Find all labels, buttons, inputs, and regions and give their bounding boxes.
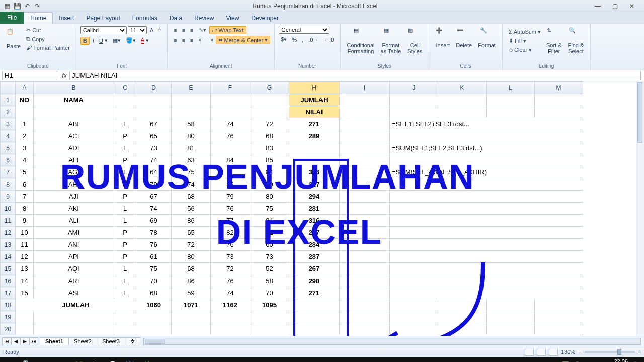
row-header-2[interactable]: 2 [1, 106, 16, 118]
cell[interactable]: 75 [172, 166, 211, 178]
cell[interactable] [16, 323, 34, 335]
cell[interactable]: 72 [250, 118, 289, 130]
cell[interactable] [390, 275, 583, 287]
cell[interactable]: 59 [172, 287, 211, 299]
row-header-5[interactable]: 5 [1, 142, 16, 154]
store-icon[interactable]: 🛍 [88, 357, 104, 362]
row-header-20[interactable]: 20 [1, 323, 16, 335]
cell[interactable] [340, 178, 390, 191]
cell[interactable]: L [114, 263, 136, 275]
cell[interactable]: 85 [250, 154, 289, 166]
row-header-3[interactable]: 3 [1, 118, 16, 130]
cell[interactable]: 58 [172, 118, 211, 130]
copy-button[interactable]: ⧉Copy [24, 35, 72, 43]
cell[interactable]: 297 [289, 227, 340, 239]
col-header-J[interactable]: J [390, 82, 438, 94]
cell[interactable]: 8 [16, 203, 34, 215]
col-header-K[interactable]: K [438, 82, 487, 94]
cell[interactable]: 68 [172, 263, 211, 275]
cell[interactable]: 86 [172, 275, 211, 287]
cell[interactable] [340, 263, 390, 275]
cell[interactable]: 10 [16, 227, 34, 239]
col-header-I[interactable]: I [340, 82, 390, 94]
row-header-14[interactable]: 14 [1, 251, 16, 263]
edge-icon[interactable]: e [53, 357, 69, 362]
cell[interactable]: =SEL1+SEL2+SEL3+dst... [390, 118, 583, 130]
cell[interactable] [289, 311, 340, 323]
cell[interactable] [114, 311, 136, 323]
cell[interactable]: 317 [289, 178, 340, 191]
cell[interactable] [250, 311, 289, 323]
cell[interactable]: P [114, 154, 136, 166]
merge-center-button[interactable]: ⬌Merge & Center▾ [216, 36, 271, 44]
cell[interactable]: NAMA [34, 94, 114, 106]
name-box[interactable] [2, 71, 57, 80]
tab-home[interactable]: Home [24, 12, 53, 24]
cell[interactable]: 81 [172, 142, 211, 154]
find-select-button[interactable]: 🔍Find & Select [566, 26, 587, 56]
cell[interactable]: AJI [34, 191, 114, 203]
cell[interactable]: 72 [211, 263, 250, 275]
horizontal-scrollbar[interactable] [143, 338, 641, 345]
cell[interactable]: 64 [136, 166, 172, 178]
cell[interactable] [390, 323, 438, 335]
cell[interactable] [34, 311, 114, 323]
row-header-10[interactable]: 10 [1, 203, 16, 215]
row-header-8[interactable]: 8 [1, 178, 16, 191]
font-name-select[interactable]: Calibri [80, 26, 127, 34]
cell[interactable]: AGI [34, 166, 114, 178]
cell[interactable]: 65 [172, 227, 211, 239]
cell[interactable] [250, 94, 289, 106]
cell[interactable]: 78 [136, 227, 172, 239]
percent-button[interactable]: % [290, 36, 299, 44]
align-center-button[interactable]: ≡ [180, 36, 187, 44]
cell[interactable] [34, 323, 114, 335]
cell[interactable]: 76 [211, 275, 250, 287]
cell[interactable] [390, 178, 583, 191]
cell[interactable] [390, 251, 583, 263]
border-button[interactable]: ▦▾ [111, 36, 123, 45]
sort-filter-button[interactable]: ⇅Sort & Filter [544, 26, 565, 56]
cell[interactable] [438, 299, 487, 311]
cell[interactable] [390, 154, 583, 166]
align-top-button[interactable]: ≡ [172, 26, 179, 34]
explorer-icon[interactable]: 📁 [70, 357, 87, 362]
row-header-4[interactable]: 4 [1, 130, 16, 142]
cell[interactable]: P [114, 251, 136, 263]
cell[interactable] [390, 203, 583, 215]
row-header-13[interactable]: 13 [1, 239, 16, 251]
sheet-nav-prev[interactable]: ◀ [11, 337, 20, 345]
cell[interactable]: 58 [250, 275, 289, 287]
cell[interactable]: 1 [16, 118, 34, 130]
cell[interactable] [136, 94, 172, 106]
col-header-D[interactable]: D [136, 82, 172, 94]
row-header-1[interactable]: 1 [1, 94, 16, 106]
cell[interactable]: L [114, 215, 136, 227]
cell[interactable]: 316 [289, 215, 340, 227]
cell[interactable] [535, 299, 583, 311]
cell-styles-button[interactable]: ▧Cell Styles [405, 26, 425, 56]
sheet-tab-new[interactable]: ✲ [125, 337, 140, 345]
format-as-table-button[interactable]: ▦Format as Table [378, 26, 404, 56]
cell[interactable]: 15 [16, 287, 34, 299]
cell[interactable]: L [114, 275, 136, 287]
cell[interactable] [289, 142, 340, 154]
cell[interactable] [340, 130, 390, 142]
cell[interactable]: 76 [211, 239, 250, 251]
format-painter-button[interactable]: 🖌Format Painter [24, 44, 72, 52]
cell[interactable]: 83 [250, 142, 289, 154]
cell[interactable]: ACI [34, 130, 114, 142]
cell[interactable] [487, 311, 535, 323]
sheet-nav-next[interactable]: ▶ [20, 337, 29, 345]
wrap-text-button[interactable]: ⮐Wrap Text [209, 26, 246, 34]
cell[interactable]: 13 [16, 263, 34, 275]
cell[interactable]: 11 [16, 239, 34, 251]
sheet-tab-3[interactable]: Sheet3 [97, 337, 125, 345]
row-header-9[interactable]: 9 [1, 191, 16, 203]
cell[interactable] [438, 106, 487, 118]
cell[interactable]: L [114, 203, 136, 215]
cell[interactable]: 85 [211, 178, 250, 191]
cell[interactable]: 5 [16, 166, 34, 178]
search-icon[interactable]: 🔍 [19, 357, 35, 362]
cell[interactable]: 79 [136, 178, 172, 191]
